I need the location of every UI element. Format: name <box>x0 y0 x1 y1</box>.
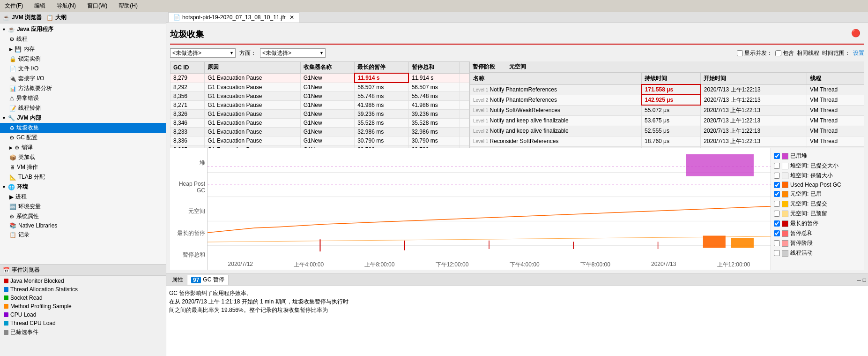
sidebar-item-method[interactable]: 📊 方法概要分析 <box>0 83 166 93</box>
filter-select[interactable]: <未做选择> <box>170 48 236 58</box>
table-row[interactable]: 8,271 G1 Evacuation Pause G1New 41.986 m… <box>171 101 469 110</box>
legend-checkbox-2[interactable] <box>774 173 780 179</box>
related-threads-label: 相同线程 <box>797 49 819 57</box>
metaspace-label: 元空间 <box>172 207 205 215</box>
chart-svg <box>208 148 771 270</box>
include-checkbox-group[interactable]: 包含 <box>775 49 794 57</box>
sidebar-item-process[interactable]: ▶ 进程 <box>0 192 166 202</box>
sidebar-item-vm[interactable]: 🖥 VM 操作 <box>0 162 166 172</box>
table-row[interactable]: Level 1 Notify and keep alive finalizabl… <box>470 115 864 126</box>
cell-extra <box>460 128 469 136</box>
table-row[interactable]: Level 2 Notify PhantomReferences 142.925… <box>470 95 864 105</box>
event-label: Thread CPU Load <box>10 320 56 326</box>
pause-phase-tab[interactable]: 暂停阶段 <box>473 63 495 71</box>
file-io-label: 文件 I/O <box>18 65 38 73</box>
table-row[interactable]: 8,346 G1 Evacuation Pause G1New 35.528 m… <box>171 119 469 128</box>
sidebar-item-lock[interactable]: 🔒 锁定实例 <box>0 54 166 64</box>
legend-checkbox-10[interactable] <box>774 250 780 256</box>
include-label: 包含 <box>783 49 794 57</box>
sidebar-item-exception[interactable]: ⚠ 异常错误 <box>0 93 166 103</box>
legend-checkbox-5[interactable] <box>774 201 780 207</box>
table-row[interactable]: 8,233 G1 Evacuation Pause G1New 32.986 m… <box>171 128 469 136</box>
sidebar-item-memory[interactable]: ▶ 💾 内存 <box>0 44 166 54</box>
sidebar-item-class[interactable]: 📦 类加载 <box>0 152 166 162</box>
method-label: 方法概要分析 <box>18 84 52 92</box>
legend-checkbox-8[interactable] <box>774 230 780 236</box>
gc-config-label: GC 配置 <box>16 134 37 142</box>
sidebar-item-thread-dump[interactable]: 📝 线程转储 <box>0 103 166 113</box>
dump-icon: 📝 <box>9 105 16 112</box>
sidebar-item-java-app[interactable]: ▼ ☕ Java 应用程序 <box>0 24 166 34</box>
event-socket-read[interactable]: Socket Read <box>0 294 166 302</box>
event-method-profiling[interactable]: Method Profiling Sample <box>0 302 166 311</box>
event-filtered[interactable]: 已筛选事件 <box>0 327 166 337</box>
table-row[interactable]: 8,326 G1 Evacuation Pause G1New 39.236 m… <box>171 110 469 119</box>
table-row[interactable]: 8,356 G1 Evacuation Pause G1New 55.748 m… <box>171 92 469 101</box>
sidebar-item-compile[interactable]: ▶ ⚙ 编译 <box>0 143 166 152</box>
sidebar-item-tlab[interactable]: 📐 TLAB 分配 <box>0 172 166 182</box>
phase-data-table: 名称 持续时间 开始时间 线程 Level 1 Notify PhantomRe… <box>470 73 864 148</box>
cell-thread: VM Thread <box>807 126 864 136</box>
chart-main: 堆 Heap Post GC 元空间 最长的暂停 暂停总和 <box>170 148 771 270</box>
table-row[interactable]: 8,336 G1 Evacuation Pause G1New 30.790 m… <box>171 136 469 145</box>
col-longest: 最长的暂停 <box>355 62 409 74</box>
table-row[interactable]: Level 2 Notify and keep alive finalizabl… <box>470 126 864 136</box>
legend-checkbox-3[interactable] <box>774 182 780 188</box>
status-tab-results[interactable]: 97 GC 暂停 <box>187 275 229 285</box>
maximize-button[interactable]: □ <box>863 277 866 283</box>
gc-title-area: 垃圾收集 🔴 <box>170 27 864 48</box>
legend-label-5: 元空间: 已提交 <box>790 200 827 208</box>
sidebar-item-env[interactable]: ▼ 🌐 环境 <box>0 182 166 192</box>
lock-label: 锁定实例 <box>18 55 41 63</box>
settings-link[interactable]: 设置 <box>853 49 864 57</box>
table-row[interactable]: Level 1 Notify PhantomReferences 171.558… <box>470 84 864 95</box>
show-concurrent-checkbox-group[interactable]: 显示并发： <box>737 49 772 57</box>
menu-window[interactable]: 窗口(W) <box>84 1 110 11</box>
legend-checkbox-9[interactable] <box>774 240 780 246</box>
sidebar-item-gc[interactable]: ♻ 垃圾收集 <box>0 123 166 133</box>
meta-space-tab[interactable]: 元空间 <box>509 63 526 71</box>
legend-label-7: 最长的暂停 <box>790 220 818 227</box>
sidebar-item-sysprop[interactable]: ⚙ 系统属性 <box>0 212 166 221</box>
cell-extra <box>460 83 469 92</box>
cell-reason: G1 Evacuation Pause <box>205 101 300 110</box>
legend-checkbox-0[interactable] <box>774 153 780 159</box>
table-row[interactable]: 8,279 G1 Evacuation Pause G1New 11.914 s… <box>171 73 469 83</box>
menu-nav[interactable]: 导航(N) <box>54 1 79 11</box>
close-icon[interactable]: ✕ <box>289 14 294 21</box>
show-concurrent-checkbox[interactable] <box>737 50 743 56</box>
table-row[interactable]: 8,292 G1 Evacuation Pause G1New 56.507 m… <box>171 83 469 92</box>
legend-checkbox-6[interactable] <box>774 211 780 217</box>
phase-header: 暂停阶段 元空间 <box>470 61 864 73</box>
sidebar-item-native-libraries[interactable]: 📚 Native Libraries <box>0 221 166 230</box>
table-row[interactable]: Level 1 Reconsider SoftReferences 18.760… <box>470 136 864 146</box>
event-java-monitor[interactable]: Java Monitor Blocked <box>0 277 166 285</box>
legend-checkbox-4[interactable] <box>774 191 780 197</box>
menu-help[interactable]: 帮助(H) <box>116 1 141 11</box>
legend-checkbox-1[interactable] <box>774 163 780 169</box>
sidebar-item-jvm-internal[interactable]: ▼ 🔧 JVM 内部 <box>0 113 166 123</box>
sidebar-item-socket-io[interactable]: 🔌 套接字 I/O <box>0 74 166 83</box>
tab-bar: 📄 hotspot-pid-19-2020_07_13_08_10_11.jfr… <box>166 12 868 23</box>
event-thread-cpu[interactable]: Thread CPU Load <box>0 319 166 327</box>
sidebar-item-record[interactable]: 📋 记录 <box>0 230 166 240</box>
properties-label: 属性 <box>172 276 183 284</box>
sidebar-item-thread[interactable]: ⚙ 线程 <box>0 34 166 44</box>
exception-icon: ⚠ <box>9 95 15 102</box>
minimize-button[interactable]: ─ <box>857 277 861 283</box>
sidebar-item-file-io[interactable]: 📄 文件 I/O <box>0 64 166 74</box>
cell-thread: VM Thread <box>807 95 864 105</box>
menu-edit[interactable]: 编辑 <box>31 1 48 11</box>
sidebar-item-gc-config[interactable]: ⚙ GC 配置 <box>0 133 166 143</box>
table-row[interactable]: Level 1 Notify Soft/WeakReferences 55.07… <box>470 105 864 115</box>
event-cpu-load[interactable]: CPU Load <box>0 311 166 319</box>
legend-checkbox-7[interactable] <box>774 220 780 227</box>
sidebar-item-envvar[interactable]: 🔤 环境变量 <box>0 202 166 212</box>
direction-select[interactable]: <未做选择> <box>260 48 326 58</box>
event-thread-alloc[interactable]: Thread Allocation Statistics <box>0 285 166 294</box>
status-tab-properties[interactable]: 属性 <box>168 275 187 285</box>
include-checkbox[interactable] <box>775 50 781 56</box>
menu-file[interactable]: 文件(F) <box>2 1 26 11</box>
cell-extra <box>460 92 469 101</box>
content-tab-jfr[interactable]: 📄 hotspot-pid-19-2020_07_13_08_10_11.jfr… <box>168 12 299 23</box>
